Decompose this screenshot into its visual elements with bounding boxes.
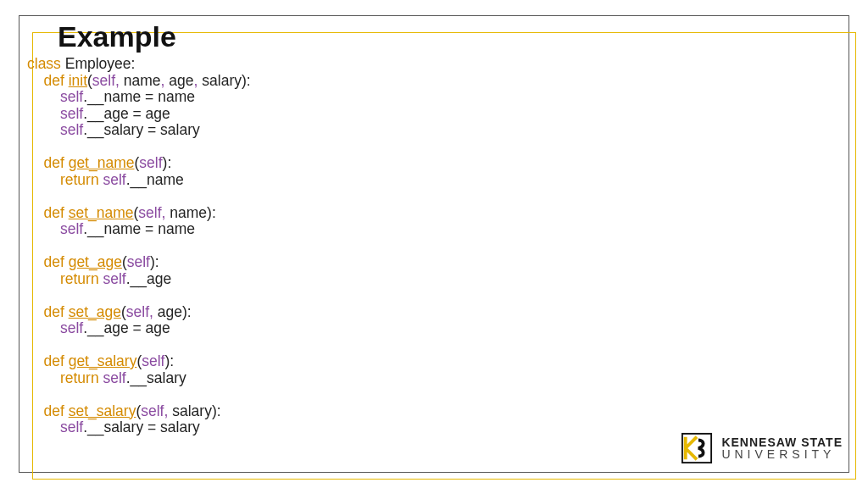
param: salary): [198, 72, 250, 89]
fn-set-age: set_age [69, 303, 121, 320]
param: age): [153, 303, 192, 320]
keyword-return: return [60, 369, 99, 386]
self-kw: self [142, 352, 164, 369]
stmt: .__age [126, 270, 172, 287]
stmt: .__name = name [83, 88, 195, 105]
stmt: .__salary = salary [83, 419, 200, 435]
fn-init: init [69, 72, 87, 89]
slide: Example class Employee: def init(self, n… [0, 0, 868, 488]
paren-close: ): [164, 352, 174, 369]
self-kw: self [103, 171, 126, 188]
self-kw: self [103, 369, 126, 386]
self-kw: self [127, 253, 150, 270]
self-kw: self [60, 121, 83, 138]
code-block: class Employee: def init(self, name, age… [27, 56, 251, 436]
fn-set-name: set_name [69, 204, 134, 221]
keyword-def: def [43, 352, 64, 369]
class-name: Employee: [61, 55, 136, 72]
self-kw: self [92, 72, 115, 89]
keyword-def: def [43, 253, 64, 270]
university-logo: KENNESAW STATE UNIVERSITY [681, 432, 843, 464]
self-kw: self [139, 154, 162, 171]
slide-title: Example [58, 20, 176, 53]
self-kw: self [60, 419, 83, 435]
ks-monogram-icon [681, 432, 713, 464]
keyword-return: return [60, 270, 99, 287]
stmt: .__age = age [83, 319, 170, 336]
keyword-def: def [43, 154, 64, 171]
param: age [164, 72, 193, 89]
fn-get-salary: get_salary [69, 352, 137, 369]
keyword-return: return [60, 171, 99, 188]
fn-get-age: get_age [69, 253, 122, 270]
self-kw: self [60, 105, 83, 122]
stmt: .__name = name [83, 220, 195, 237]
logo-line2: UNIVERSITY [721, 448, 843, 460]
param: name): [165, 204, 215, 221]
stmt: .__age = age [83, 105, 170, 122]
self-kw: self [138, 204, 161, 221]
logo-text: KENNESAW STATE UNIVERSITY [721, 436, 843, 460]
stmt: .__salary = salary [83, 121, 200, 138]
keyword-def: def [43, 204, 64, 221]
param: salary): [168, 402, 220, 419]
self-kw: self [60, 319, 83, 336]
paren-close: ): [150, 253, 159, 270]
keyword-def: def [43, 72, 64, 89]
self-kw: self [60, 88, 83, 105]
keyword-def: def [43, 402, 64, 419]
self-kw: self [60, 220, 83, 237]
self-kw: self [103, 270, 126, 287]
logo-line1: KENNESAW STATE [721, 436, 843, 448]
stmt: .__name [126, 171, 184, 188]
keyword-class: class [27, 55, 61, 72]
paren-close: ): [163, 154, 172, 171]
fn-get-name: get_name [69, 154, 135, 171]
fn-set-salary: set_salary [69, 402, 136, 419]
self-kw: self [141, 402, 164, 419]
stmt: .__salary [126, 369, 186, 386]
keyword-def: def [43, 303, 64, 320]
param: name [120, 72, 161, 89]
self-kw: self [126, 303, 149, 320]
